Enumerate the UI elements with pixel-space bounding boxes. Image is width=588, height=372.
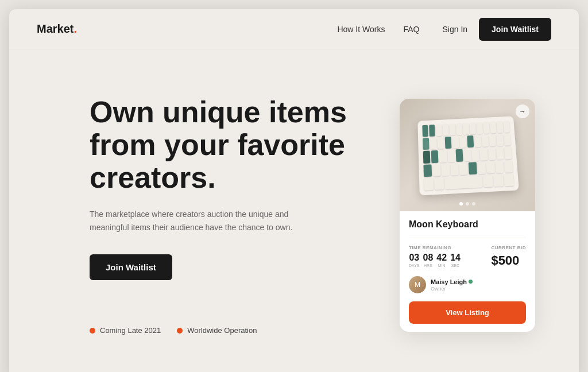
join-waitlist-hero-button[interactable]: Join Waitlist [90, 254, 172, 280]
verified-icon [469, 280, 473, 284]
logo-dot: . [74, 22, 77, 35]
product-card: → Moon Keyboard TIME REMAINING [400, 99, 535, 332]
countdown-secs-label: SEC [450, 264, 461, 268]
nav-actions: Sign In Join Waitlist [442, 18, 551, 41]
countdown-secs: 14 SEC [450, 253, 461, 268]
hero-badges: Coming Late 2021 Worldwide Operation [90, 326, 365, 335]
hero-section: Own unique items from your favorite crea… [9, 49, 579, 372]
countdown-hours-label: HRS [423, 264, 434, 268]
sign-in-button[interactable]: Sign In [442, 25, 467, 34]
countdown-mins-label: MIN [436, 264, 447, 268]
owner-role: Owner [431, 286, 526, 292]
keyboard-visual [400, 99, 535, 211]
countdown-hours-num: 08 [423, 253, 434, 262]
owner-avatar: M [409, 276, 426, 293]
hero-right: → Moon Keyboard TIME REMAINING [400, 99, 535, 332]
card-divider [409, 238, 526, 238]
countdown-days-num: 03 [409, 253, 420, 262]
time-remaining-label: TIME REMAINING [409, 245, 461, 250]
owner-name: Maisy Leigh [431, 278, 526, 285]
countdown-days-label: DAYS [409, 264, 420, 268]
countdown-mins: 42 MIN [436, 253, 447, 268]
dot-2[interactable] [466, 202, 469, 206]
hero-left: Own unique items from your favorite crea… [90, 96, 365, 335]
owner-name-text: Maisy Leigh [431, 278, 467, 285]
keyboard-body [417, 116, 519, 195]
bid-amount: $500 [491, 253, 526, 268]
card-title: Moon Keyboard [409, 219, 526, 230]
badge-worldwide: Worldwide Operation [177, 326, 257, 335]
card-arrow-icon[interactable]: → [516, 104, 529, 118]
badge-dot-1 [90, 328, 95, 334]
hero-title: Own unique items from your favorite crea… [90, 96, 365, 195]
current-bid-label: CURRENT BID [491, 245, 526, 250]
card-stats: TIME REMAINING 03 DAYS 08 HRS [409, 245, 526, 268]
card-image: → [400, 99, 535, 211]
nav-link-faq[interactable]: FAQ [403, 25, 419, 34]
time-remaining-section: TIME REMAINING 03 DAYS 08 HRS [409, 245, 461, 268]
countdown: 03 DAYS 08 HRS 42 MIN [409, 253, 461, 268]
badge-label-1: Coming Late 2021 [100, 326, 161, 335]
join-waitlist-nav-button[interactable]: Join Waitlist [479, 18, 551, 41]
card-image-dots [459, 202, 475, 206]
countdown-days: 03 DAYS [409, 253, 420, 268]
view-listing-button[interactable]: View Listing [409, 301, 526, 324]
logo: Market. [37, 22, 77, 36]
badge-dot-2 [177, 328, 183, 334]
countdown-hours: 08 HRS [423, 253, 434, 268]
countdown-secs-num: 14 [450, 253, 461, 262]
current-bid-section: CURRENT BID $500 [491, 245, 526, 268]
dot-1[interactable] [459, 202, 463, 206]
badge-label-2: Worldwide Operation [187, 326, 257, 335]
nav-links: How It Works FAQ [337, 25, 419, 34]
card-owner: M Maisy Leigh Owner [409, 276, 526, 293]
dot-3[interactable] [472, 202, 475, 206]
hero-subtitle: The marketplace where creators auction t… [90, 208, 296, 234]
card-body: Moon Keyboard TIME REMAINING 03 DAYS [400, 211, 535, 332]
badge-coming-late: Coming Late 2021 [90, 326, 161, 335]
countdown-mins-num: 42 [436, 253, 447, 262]
browser-frame: Market. How It Works FAQ Sign In Join Wa… [9, 9, 579, 372]
nav-link-how-it-works[interactable]: How It Works [337, 25, 385, 34]
navbar: Market. How It Works FAQ Sign In Join Wa… [9, 9, 579, 49]
logo-text: Market [37, 22, 74, 35]
owner-info: Maisy Leigh Owner [431, 278, 526, 292]
